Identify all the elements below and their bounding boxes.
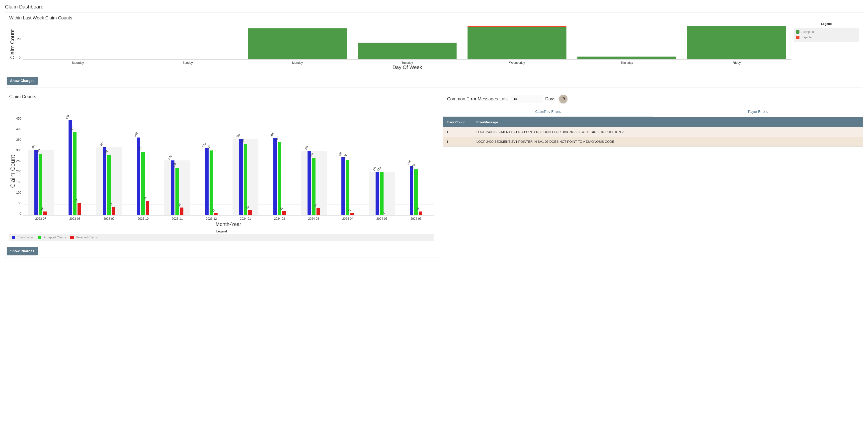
error-row: 1LOOP 2400 SEGMENT SV1 POINTER IN SV1-07…: [443, 137, 863, 146]
monthly-cat-label: 2023-08: [58, 217, 92, 221]
weekly-ylabel: Claim Count: [9, 22, 16, 60]
weekly-cat-label: Wednesday: [462, 60, 572, 65]
swatch-green-icon: [796, 30, 800, 34]
monthly-group-2023-12: 33632511: [194, 148, 228, 215]
weekly-claim-panel: Within Last Week Claim Counts Claim Coun…: [5, 12, 863, 88]
bar-value-label: 249: [406, 160, 412, 166]
monthly-claim-panel: Claim Counts Claim Count 450400350300250…: [5, 91, 438, 258]
swatch-blue-icon: [12, 236, 15, 239]
error-message-cell: LOOP 2400 SEGMENT SV1 NO POINTERS FOUND …: [473, 127, 863, 137]
tab-claimrev-errors[interactable]: ClaimRev Errors: [443, 107, 653, 117]
errors-prefix: Common Error Messages Last: [447, 96, 508, 102]
monthly-ytick: 300: [16, 149, 21, 152]
monthly-cat-label: 2024-04: [331, 217, 365, 221]
error-message-cell: LOOP 2400 SEGMENT SV1 POINTER IN SV1-07 …: [473, 137, 863, 146]
monthly-group-2024-03: 32328637: [297, 151, 331, 215]
weekly-cat-label: Saturday: [23, 60, 133, 65]
monthly-ytick: 450: [16, 117, 21, 120]
bar-value-label: 216: [377, 166, 382, 172]
monthly-group-2024-02: 38936722: [262, 138, 297, 215]
monthly-ytick: 200: [16, 170, 21, 173]
days-input[interactable]: [510, 95, 543, 103]
monthly-group-2024-06: 24923019: [399, 166, 433, 215]
weekly-cat-label: Monday: [243, 60, 352, 65]
monthly-ytick: 100: [16, 191, 21, 194]
weekly-bar-monday: [243, 28, 352, 59]
weekly-legend-title: Legend: [794, 22, 859, 26]
monthly-categories: 2023-072023-082023-092023-102023-112023-…: [23, 216, 434, 221]
monthly-cat-label: 2023-11: [160, 217, 194, 221]
monthly-ylabel: Claim Count: [9, 155, 16, 188]
page-title: Claim Dashboard: [5, 4, 863, 10]
bar-value-label: 323: [304, 145, 310, 151]
monthly-cat-label: 2024-03: [297, 217, 331, 221]
monthly-cat-label: 2024-02: [262, 217, 297, 221]
bar-value-label: 383: [236, 133, 241, 139]
monthly-cat-label: 2023-12: [194, 217, 228, 221]
legend-rejected-label: Rejected: [802, 36, 813, 39]
weekly-legend: Legend Accepted Rejected: [794, 22, 859, 70]
monthly-ytick: 150: [16, 181, 21, 184]
show-charges-button[interactable]: Show Charges: [7, 77, 38, 85]
monthly-ytick: 250: [16, 159, 21, 163]
bar-value-label: 327: [31, 144, 37, 150]
col-error-count: Error Count: [443, 117, 473, 127]
monthly-group-2023-10: 39031773: [126, 137, 160, 215]
monthly-cat-label: 2024-01: [228, 217, 262, 221]
monthly-cat-label: 2023-10: [126, 217, 160, 221]
legend-item-rejected2: Rejected Claims: [70, 236, 97, 239]
error-row: 1LOOP 2400 SEGMENT SV1 NO POINTERS FOUND…: [443, 127, 863, 137]
weekly-bar-friday: [682, 26, 792, 59]
weekly-ytick-0: 0: [19, 56, 21, 60]
monthly-cat-label: 2023-09: [92, 217, 126, 221]
swatch-lime-icon: [38, 236, 41, 239]
tab-payer-errors[interactable]: Payer Errors: [653, 107, 863, 117]
weekly-cat-label: Friday: [682, 60, 792, 65]
monthly-yticks: 450400350300250200150100500: [16, 116, 23, 216]
errors-table: Error Count ErrorMessage 1LOOP 2400 SEGM…: [443, 117, 863, 146]
legend-item-accepted2: Accepted Claims: [38, 236, 66, 239]
monthly-ytick: 400: [16, 127, 21, 131]
legend-item-total: Total Claims: [12, 236, 33, 239]
errors-suffix: Days: [545, 96, 556, 102]
monthly-bars: 3273081947841761341301403903177327523639…: [23, 116, 434, 216]
monthly-group-2024-05: 2172161: [365, 172, 399, 215]
weekly-categories: SaturdaySundayMondayTuesdayWednesdayThur…: [23, 60, 792, 65]
monthly-group-2023-11: 27523639: [160, 160, 194, 215]
error-count-cell: 1: [443, 137, 473, 146]
monthly-ytick: 0: [20, 212, 21, 216]
col-error-message: ErrorMessage: [473, 117, 863, 127]
weekly-cat-label: Thursday: [572, 60, 682, 65]
weekly-bars: [23, 22, 792, 60]
bar-value-label: 390: [133, 132, 139, 137]
errors-panel: Common Error Messages Last Days ClaimRev…: [443, 91, 863, 147]
monthly-group-2023-09: 34130140: [92, 147, 126, 215]
monthly-group-2023-07: 32730819: [24, 150, 58, 215]
monthly-group-2024-04: 29127912: [331, 157, 365, 215]
bar-value-label: 341: [99, 141, 105, 148]
weekly-cat-label: Tuesday: [352, 60, 462, 65]
monthly-ytick: 50: [18, 201, 21, 205]
legend-accepted-label: Accepted: [802, 30, 814, 34]
show-charges-button-2[interactable]: Show Charges: [7, 247, 38, 255]
legend-item-rejected: Rejected: [796, 35, 857, 40]
monthly-legend-title: Legend: [9, 230, 434, 233]
refresh-button[interactable]: [559, 95, 567, 103]
monthly-ytick: 350: [16, 138, 21, 141]
monthly-group-2023-08: 47841761: [58, 120, 92, 215]
swatch-red-icon: [70, 236, 74, 239]
weekly-ytick-20: 20: [17, 37, 21, 41]
weekly-bar-tuesday: [352, 43, 462, 60]
bar-value-label: 389: [270, 132, 275, 138]
monthly-xlabel: Month-Year: [23, 222, 434, 227]
weekly-bar-thursday: [572, 57, 682, 59]
weekly-cat-label: Sunday: [133, 60, 243, 65]
swatch-orange-icon: [796, 36, 800, 39]
monthly-panel-title: Claim Counts: [5, 91, 438, 101]
weekly-bar-wednesday: [462, 26, 572, 59]
weekly-panel-title: Within Last Week Claim Counts: [5, 12, 863, 22]
weekly-xlabel: Day Of Week: [23, 65, 792, 70]
bar-value-label: 275: [167, 155, 173, 160]
monthly-cat-label: 2024-05: [365, 217, 399, 221]
legend-item-accepted: Accepted: [796, 29, 857, 35]
